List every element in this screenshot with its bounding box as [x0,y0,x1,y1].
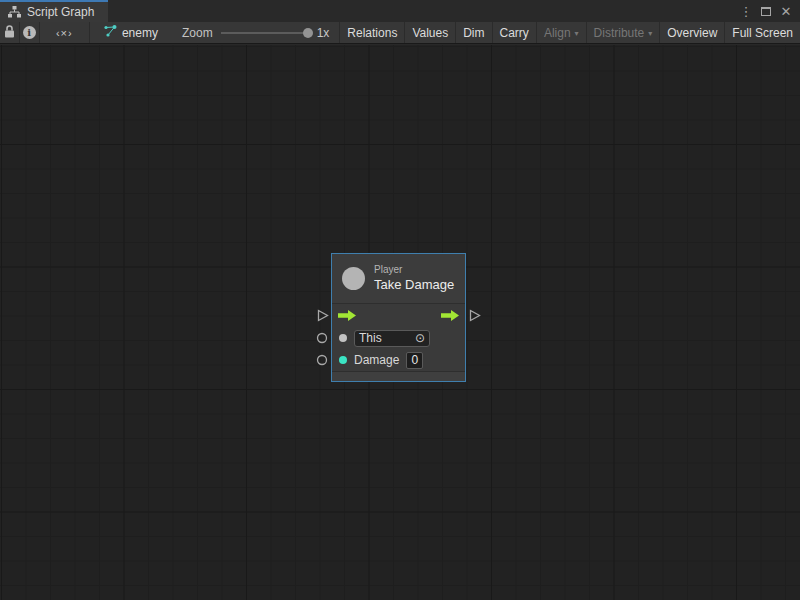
window-controls: ⋮ ✕ [738,0,800,22]
this-port-row: This ⊙ [332,327,465,349]
align-label: Align [544,26,571,40]
zoom-value: 1x [317,26,330,40]
node-footer [332,371,465,381]
values-button[interactable]: Values [404,22,455,43]
graph-canvas[interactable]: Player Take Damage This ⊙ Damage 0 [0,45,800,600]
damage-port-label: Damage [354,353,399,367]
toolbar-right-group: Relations Values Dim Carry Align ▾ Distr… [339,22,800,43]
script-icon [342,267,365,290]
dim-button[interactable]: Dim [455,22,491,43]
node-category: Player [374,264,454,277]
align-dropdown[interactable]: Align ▾ [536,22,586,43]
carry-button[interactable]: Carry [492,22,536,43]
this-port-dot[interactable] [339,334,347,342]
tab-bar: Script Graph ⋮ ✕ [0,0,800,22]
graph-reference[interactable]: enemy [90,22,172,43]
take-damage-node[interactable]: Player Take Damage This ⊙ Damage 0 [331,253,466,382]
inspect-button[interactable]: i [20,22,40,43]
damage-port-dot[interactable] [339,356,347,364]
relations-button[interactable]: Relations [339,22,404,43]
this-field-value: This [359,331,382,345]
window-maximize-icon[interactable] [758,3,774,19]
fullscreen-button[interactable]: Full Screen [724,22,800,43]
this-input-connector[interactable] [316,332,328,344]
distribute-label: Distribute [594,26,645,40]
damage-value-input[interactable]: 0 [406,352,423,369]
flow-port-row [332,304,465,327]
this-object-field[interactable]: This ⊙ [354,330,430,347]
damage-port-row: Damage 0 [332,349,465,371]
graph-asset-icon [104,25,117,40]
flow-output-connector[interactable] [469,309,481,322]
node-header[interactable]: Player Take Damage [332,254,465,304]
chevron-down-icon: ▾ [575,29,579,38]
object-picker-icon[interactable]: ⊙ [415,332,425,344]
zoom-control: Zoom 1x [172,22,339,43]
tab-script-graph[interactable]: Script Graph [0,0,108,22]
graph-hierarchy-icon [8,6,21,18]
code-icon: ‹×› [56,27,73,39]
window-close-icon[interactable]: ✕ [778,3,794,19]
flow-input-connector[interactable] [317,309,329,322]
code-preview-button[interactable]: ‹×› [40,22,90,43]
tab-title: Script Graph [27,5,94,19]
zoom-slider[interactable] [221,32,309,34]
node-title: Take Damage [374,277,454,293]
chevron-down-icon: ▾ [648,29,652,38]
graph-toolbar: i ‹×› enemy Zoom 1x Relations Values Dim… [0,22,800,44]
window-menu-icon[interactable]: ⋮ [738,3,754,19]
lock-icon [4,25,15,41]
overview-button[interactable]: Overview [659,22,724,43]
zoom-label: Zoom [182,26,213,40]
damage-input-connector[interactable] [316,354,328,366]
node-titles: Player Take Damage [374,264,454,293]
graph-name-label: enemy [122,26,158,40]
lock-button[interactable] [0,22,20,43]
maximize-glyph [761,7,771,16]
zoom-slider-handle[interactable] [303,28,313,38]
info-icon: i [23,26,36,39]
flow-out-icon[interactable] [441,310,459,321]
distribute-dropdown[interactable]: Distribute ▾ [586,22,660,43]
flow-in-icon[interactable] [338,310,356,321]
